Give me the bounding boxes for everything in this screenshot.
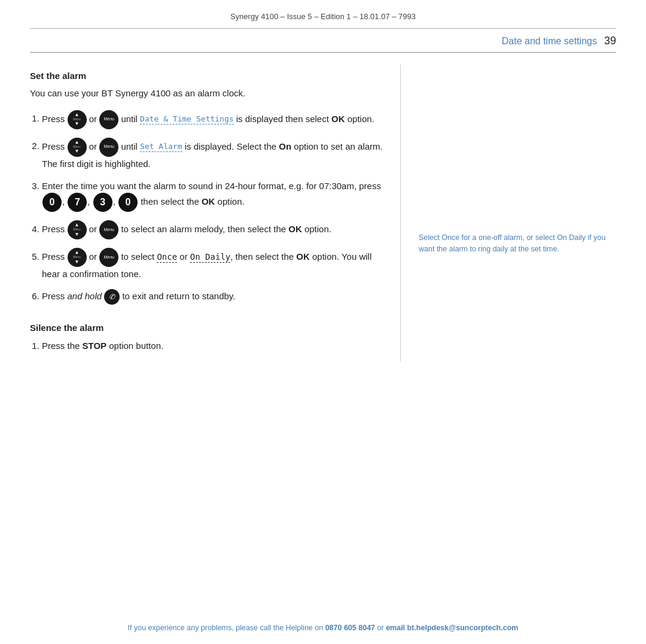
side-column: Select Once for a one-off alarm, or sele… <box>401 65 616 362</box>
step-4: Press ▲ Menu ▼ or Menu to select an alar… <box>42 220 388 239</box>
key-0a: 0 <box>42 193 62 212</box>
step-5: Press ▲ Menu ▼ or Menu to select Once or… <box>42 248 388 281</box>
step4-or: or <box>89 224 100 234</box>
step5-or2: or <box>177 251 190 262</box>
step2-text1: Press <box>42 141 68 151</box>
page-header: Synergy 4100 – Issue 5 – Edition 1 – 18.… <box>0 0 646 28</box>
up-arrow-icon-4: ▲ Menu ▼ <box>68 248 87 267</box>
header-title: Synergy 4100 – Issue 5 – Edition 1 – 18.… <box>230 12 416 21</box>
silence-steps: Press the STOP option button. <box>30 339 388 353</box>
step2-until: until <box>121 141 140 151</box>
phone-icon: ✆ <box>104 289 120 305</box>
step1-is: is displayed then select OK option. <box>234 113 374 123</box>
silence-stop: STOP <box>83 341 107 351</box>
comma1: , <box>62 196 65 206</box>
step-2: Press ▲ Menu ▼ or Menu until Set Alarm i… <box>42 138 388 171</box>
set-alarm-steps: Press ▲ Menu ▼ or Menu until Date & Time… <box>30 110 388 305</box>
step4-text1: Press <box>42 224 68 234</box>
step1-ok: OK <box>331 113 345 123</box>
comma2: , <box>87 196 90 206</box>
step-3: Enter the time you want the alarm to sou… <box>42 179 388 212</box>
footer-email-label: email <box>386 624 405 632</box>
step5-text1: Press <box>42 251 68 262</box>
step5-toselect: to select <box>121 251 157 262</box>
step4-end: to select an alarm melody, then select t… <box>121 224 331 234</box>
step1-until: until <box>121 113 140 123</box>
up-arrow-icon-1: ▲ Menu ▼ <box>68 110 87 129</box>
step2-on: On <box>279 141 291 151</box>
content-area: Set the alarm You can use your BT Synerg… <box>0 53 646 362</box>
menu-icon-1: Menu <box>99 110 118 129</box>
up-arrow-icon-2: ▲ Menu ▼ <box>68 138 87 157</box>
menu-icon-2: Menu <box>99 138 118 157</box>
silence-text1: Press the <box>42 341 83 351</box>
step3-ok: OK <box>202 196 215 206</box>
step5-daily: On Daily <box>190 252 230 263</box>
step6-end: to exit and return to standby. <box>122 291 235 301</box>
section-title: Date and time settings <box>502 36 597 47</box>
key-3: 3 <box>93 193 112 212</box>
step4-ok: OK <box>288 224 302 234</box>
footer: If you experience any problems, please c… <box>0 624 646 632</box>
footer-email: bt.helpdesk@suncorptech.com <box>405 624 518 632</box>
key-7: 7 <box>68 193 87 212</box>
step-6: Press and hold ✆ to exit and return to s… <box>42 289 388 305</box>
comma3: , <box>113 196 115 206</box>
page-number: 39 <box>604 35 616 47</box>
silence-alarm-section: Silence the alarm Press the STOP option … <box>30 323 388 353</box>
main-column: Set the alarm You can use your BT Synerg… <box>30 65 401 362</box>
key-0b: 0 <box>118 193 138 212</box>
footer-phone: 0870 605 8047 <box>325 624 375 632</box>
step5-or: or <box>89 251 100 262</box>
step2-or: or <box>89 141 100 151</box>
silence-text2: option button. <box>106 341 163 351</box>
section-header: Date and time settings 39 <box>0 29 646 52</box>
step3-text: Enter the time you want the alarm to sou… <box>42 181 381 191</box>
silence-alarm-heading: Silence the alarm <box>30 323 388 333</box>
step1-text1: Press <box>42 113 68 123</box>
up-arrow-icon-3: ▲ Menu ▼ <box>68 220 87 239</box>
step1-lcd: Date & Time Settings <box>140 114 234 124</box>
step6-text1: Press <box>42 291 68 301</box>
step2-lcd: Set Alarm <box>140 142 182 152</box>
step3-end: then select the OK option. <box>141 196 244 206</box>
step1-or: or <box>89 113 100 123</box>
step5-ok: OK <box>296 251 310 262</box>
side-note: Select Once for a one-off alarm, or sele… <box>419 232 616 255</box>
set-alarm-heading: Set the alarm <box>30 71 388 81</box>
silence-step-1: Press the STOP option button. <box>42 339 388 353</box>
step-1: Press ▲ Menu ▼ or Menu until Date & Time… <box>42 110 388 129</box>
footer-or: or <box>375 624 386 632</box>
set-alarm-section: Set the alarm You can use your BT Synerg… <box>30 71 388 305</box>
menu-icon-4: Menu <box>99 248 118 267</box>
step6-and-hold: and hold <box>68 291 102 301</box>
set-alarm-intro: You can use your BT Synergy 4100 as an a… <box>30 87 388 101</box>
step5-once: Once <box>157 252 177 263</box>
menu-icon-3: Menu <box>99 220 118 239</box>
footer-text: If you experience any problems, please c… <box>128 624 325 632</box>
